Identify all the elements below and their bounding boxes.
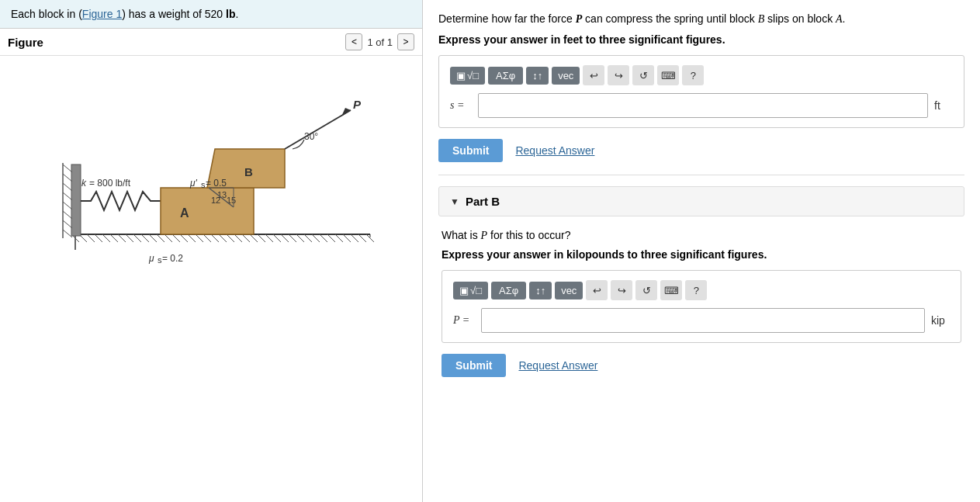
part-b-vec-button[interactable]: vec — [555, 282, 583, 299]
svg-marker-61 — [341, 108, 351, 116]
problem-text-suffix: ) has a weight of 520 — [122, 8, 226, 20]
part-a-instruction: Express your answer in feet to three sig… — [438, 33, 964, 46]
figure-link[interactable]: Figure 1 — [82, 8, 122, 20]
part-b-answer-box: ▣ √□ AΣφ ↕↑ vec ↩ ↪ ↺ — [442, 270, 961, 343]
svg-line-22 — [219, 234, 227, 242]
figure-area: Figure < 1 of 1 > — [0, 29, 422, 502]
svg-line-31 — [289, 234, 296, 242]
next-figure-button[interactable]: > — [397, 33, 414, 50]
part-b-arrows-icon: ↕↑ — [535, 285, 545, 296]
part-b-fraction-sqrt-button[interactable]: ▣ √□ — [453, 282, 488, 299]
left-panel: Each block in (Figure 1) has a weight of… — [0, 0, 423, 502]
part-b-undo-button[interactable]: ↩ — [586, 280, 608, 300]
vec-button[interactable]: vec — [552, 67, 580, 85]
figure-title: Figure — [8, 36, 345, 49]
problem-text-prefix: Each block in ( — [11, 8, 82, 20]
svg-line-21 — [211, 234, 219, 242]
svg-line-24 — [234, 234, 242, 242]
prev-figure-button[interactable]: < — [345, 33, 362, 50]
part-a-unit: ft — [934, 99, 953, 112]
vec-label: vec — [558, 70, 573, 81]
sqrt-icon: √□ — [467, 70, 479, 81]
part-b-arrows-button[interactable]: ↕↑ — [529, 282, 552, 299]
svg-line-45 — [63, 183, 72, 191]
block-a-text: A — [836, 13, 843, 25]
svg-line-46 — [63, 192, 72, 200]
page-indicator: 1 of 1 — [367, 36, 393, 48]
part-b-unit: kip — [931, 314, 950, 327]
ase-label: AΣφ — [496, 70, 515, 81]
part-a-request-answer-button[interactable]: Request Answer — [515, 144, 594, 157]
ase-button[interactable]: AΣφ — [488, 67, 523, 85]
part-a-submit-button[interactable]: Submit — [438, 139, 503, 162]
fraction-sqrt-button[interactable]: ▣ √□ — [450, 67, 485, 85]
svg-line-37 — [335, 234, 343, 242]
part-b-request-answer-button[interactable]: Request Answer — [518, 359, 597, 372]
svg-line-30 — [281, 234, 289, 242]
svg-line-25 — [242, 234, 250, 242]
problem-statement-bar: Each block in (Figure 1) has a weight of… — [0, 0, 422, 29]
keyboard-icon: ⌨ — [661, 70, 676, 81]
svg-line-13 — [149, 234, 157, 242]
part-b-redo-icon: ↪ — [618, 285, 626, 296]
svg-text:μ: μ — [148, 253, 154, 264]
svg-line-47 — [63, 202, 72, 209]
part-b-vec-label: vec — [561, 285, 577, 296]
redo-button[interactable]: ↪ — [608, 65, 629, 85]
part-b-redo-button[interactable]: ↪ — [611, 280, 632, 300]
part-b-instruction: Express your answer in kilopounds to thr… — [442, 248, 961, 261]
keyboard-button[interactable]: ⌨ — [657, 65, 679, 85]
part-b-content: What is P for this to occur? Express you… — [438, 227, 964, 377]
part-b-keyboard-button[interactable]: ⌨ — [660, 280, 682, 300]
svg-rect-52 — [161, 188, 254, 234]
svg-line-10 — [126, 234, 133, 242]
fraction-icon: ▣ — [456, 70, 466, 81]
part-b-title: Part B — [466, 195, 500, 208]
part-b-header[interactable]: ▼ Part B — [438, 186, 964, 216]
help-button-b[interactable]: ? — [685, 280, 707, 300]
part-b-input-label: P = — [453, 314, 475, 327]
part-b-undo-icon: ↩ — [593, 285, 601, 296]
part-b-refresh-button[interactable]: ↺ — [635, 280, 657, 300]
svg-line-16 — [172, 234, 180, 242]
svg-line-11 — [133, 234, 141, 242]
arrows-button[interactable]: ↕↑ — [526, 67, 549, 85]
help-button-a[interactable]: ? — [682, 65, 704, 85]
help-icon: ? — [691, 70, 696, 81]
refresh-button[interactable]: ↺ — [632, 65, 654, 85]
part-b-submit-button[interactable]: Submit — [442, 354, 506, 377]
svg-line-20 — [203, 234, 211, 242]
svg-line-9 — [118, 234, 126, 242]
redo-icon: ↪ — [615, 70, 623, 81]
figure-content: A B 12 15 13 P — [0, 56, 422, 498]
svg-line-17 — [180, 234, 188, 242]
part-b-ase-label: AΣφ — [499, 285, 518, 296]
part-b-answer-input[interactable] — [481, 308, 925, 333]
part-b-keyboard-icon: ⌨ — [664, 285, 679, 296]
part-b-fraction-icon: ▣ — [459, 285, 469, 296]
part-a-input-label: s = — [450, 99, 472, 112]
svg-text:k: k — [81, 178, 87, 189]
svg-line-48 — [63, 211, 72, 219]
svg-text:30°: 30° — [304, 131, 318, 142]
arrows-icon: ↕↑ — [532, 70, 542, 81]
figure-header: Figure < 1 of 1 > — [0, 29, 422, 56]
block-b-text: B — [758, 13, 765, 25]
part-a-intro: Determine how far the force P can compre… — [438, 11, 964, 27]
right-panel: Determine how far the force P can compre… — [423, 0, 980, 502]
part-b-action-row: Submit Request Answer — [442, 354, 961, 377]
svg-line-40 — [358, 234, 366, 242]
svg-text:= 0.2: = 0.2 — [162, 253, 183, 264]
part-b-ase-button[interactable]: AΣφ — [491, 282, 526, 299]
svg-line-28 — [265, 234, 273, 242]
undo-icon: ↩ — [590, 70, 598, 81]
part-a-answer-input[interactable] — [478, 93, 928, 118]
svg-line-14 — [157, 234, 164, 242]
undo-button[interactable]: ↩ — [583, 65, 604, 85]
svg-line-18 — [188, 234, 196, 242]
part-b-help-icon: ? — [694, 285, 699, 296]
svg-line-23 — [227, 234, 234, 242]
svg-line-29 — [273, 234, 281, 242]
period: . — [236, 8, 239, 20]
part-b-sqrt-icon: √□ — [470, 285, 482, 296]
